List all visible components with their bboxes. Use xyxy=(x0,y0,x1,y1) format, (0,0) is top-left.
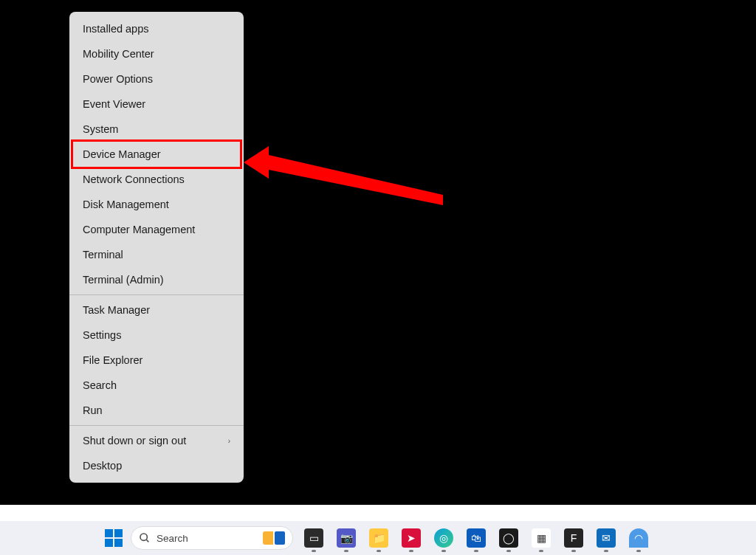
search-highlights-icon xyxy=(263,531,285,545)
running-indicator xyxy=(571,550,576,552)
running-indicator xyxy=(377,550,381,552)
running-indicator xyxy=(506,550,511,552)
running-indicator xyxy=(409,550,413,552)
menu-item-label: Mobility Center xyxy=(83,48,154,60)
menu-item-desktop[interactable]: Desktop xyxy=(69,453,244,478)
chevron-right-icon: › xyxy=(228,437,230,445)
svg-point-1 xyxy=(140,534,147,540)
menu-item-disk-management[interactable]: Disk Management xyxy=(69,192,244,217)
menu-item-label: Desktop xyxy=(83,460,122,472)
taskbar-icon-figma[interactable]: F xyxy=(559,523,588,553)
menu-item-label: Search xyxy=(83,379,117,391)
taskbar-icon-teams[interactable]: 📷 xyxy=(331,523,361,553)
menu-item-label: Terminal xyxy=(83,249,123,261)
menu-item-terminal[interactable]: Terminal xyxy=(69,242,244,267)
menu-item-label: Power Options xyxy=(83,73,153,85)
menu-item-mobility-center[interactable]: Mobility Center xyxy=(69,41,244,66)
menu-item-label: Computer Management xyxy=(83,224,195,235)
desktop: Installed appsMobility CenterPower Optio… xyxy=(0,0,756,555)
svg-line-2 xyxy=(146,540,148,542)
windows-logo-icon xyxy=(105,529,123,547)
taskbar-icon-screenrec[interactable]: ➤ xyxy=(396,523,426,553)
menu-item-terminal-admin-[interactable]: Terminal (Admin) xyxy=(69,267,244,292)
menu-item-shut-down-or-sign-out[interactable]: Shut down or sign out› xyxy=(69,428,244,453)
taskbar-icon-microsoft-store[interactable]: 🛍 xyxy=(461,523,491,553)
menu-item-network-connections[interactable]: Network Connections xyxy=(69,167,244,192)
teams-icon: 📷 xyxy=(337,528,356,548)
menu-item-task-manager[interactable]: Task Manager xyxy=(69,297,244,323)
menu-item-computer-management[interactable]: Computer Management xyxy=(69,217,244,242)
start-button[interactable] xyxy=(103,527,125,549)
taskbar-icon-powertoys[interactable]: ▦ xyxy=(526,523,556,553)
taskbar-icon-task-view[interactable]: ▭ xyxy=(299,523,329,553)
taskbar-icon-nordvpn[interactable]: ◠ xyxy=(624,523,653,553)
menu-item-event-viewer[interactable]: Event Viewer xyxy=(69,92,244,117)
background-strip xyxy=(0,505,756,521)
menu-item-label: Task Manager xyxy=(83,304,150,316)
menu-item-run[interactable]: Run xyxy=(69,398,244,423)
running-indicator xyxy=(539,550,543,552)
microsoft-store-icon: 🛍 xyxy=(467,528,486,548)
menu-item-label: File Explorer xyxy=(83,354,142,366)
running-indicator xyxy=(636,550,641,552)
menu-item-search[interactable]: Search xyxy=(69,373,244,398)
running-indicator xyxy=(604,550,608,552)
menu-item-file-explorer[interactable]: File Explorer xyxy=(69,348,244,373)
powertoys-icon: ▦ xyxy=(532,528,551,548)
menu-item-device-manager[interactable]: Device Manager xyxy=(69,142,244,167)
running-indicator xyxy=(312,550,316,552)
task-view-icon: ▭ xyxy=(304,528,323,548)
menu-item-settings[interactable]: Settings xyxy=(69,323,244,348)
obs-icon: ◯ xyxy=(499,528,518,548)
menu-item-label: Event Viewer xyxy=(83,98,145,110)
running-indicator xyxy=(474,550,478,552)
search-placeholder: Search xyxy=(157,533,257,544)
figma-icon: F xyxy=(564,528,583,548)
menu-item-label: System xyxy=(83,123,118,135)
menu-item-label: Installed apps xyxy=(83,23,148,35)
svg-marker-0 xyxy=(244,146,443,205)
edge-icon: ◎ xyxy=(434,528,453,548)
menu-item-label: Shut down or sign out xyxy=(83,435,186,447)
arrow-annotation xyxy=(244,133,450,214)
taskbar-icon-edge[interactable]: ◎ xyxy=(429,523,458,553)
nordvpn-icon: ◠ xyxy=(629,528,648,548)
menu-item-system[interactable]: System xyxy=(69,117,244,142)
menu-item-installed-apps[interactable]: Installed apps xyxy=(69,16,244,41)
taskbar-icon-file-explorer[interactable]: 📁 xyxy=(364,523,394,553)
file-explorer-icon: 📁 xyxy=(369,528,388,548)
menu-item-label: Terminal (Admin) xyxy=(83,274,164,286)
running-indicator xyxy=(344,550,348,552)
winx-context-menu: Installed appsMobility CenterPower Optio… xyxy=(69,12,244,483)
menu-divider xyxy=(69,425,244,426)
outlook-new-icon: ✉ xyxy=(597,528,616,548)
taskbar-icon-outlook-new[interactable]: ✉ xyxy=(591,523,621,553)
screenrec-icon: ➤ xyxy=(402,528,421,548)
menu-item-power-options[interactable]: Power Options xyxy=(69,66,244,92)
menu-item-label: Settings xyxy=(83,329,121,341)
taskbar-icon-obs[interactable]: ◯ xyxy=(494,523,523,553)
taskbar: Search ▭📷📁➤◎🛍◯▦F✉◠ xyxy=(0,521,756,555)
menu-item-label: Device Manager xyxy=(83,148,161,160)
menu-item-label: Run xyxy=(83,404,103,416)
search-box[interactable]: Search xyxy=(131,526,293,550)
running-indicator xyxy=(441,550,446,552)
menu-item-label: Network Connections xyxy=(83,173,185,185)
search-icon xyxy=(139,532,151,544)
menu-item-label: Disk Management xyxy=(83,199,169,210)
menu-divider xyxy=(69,294,244,295)
